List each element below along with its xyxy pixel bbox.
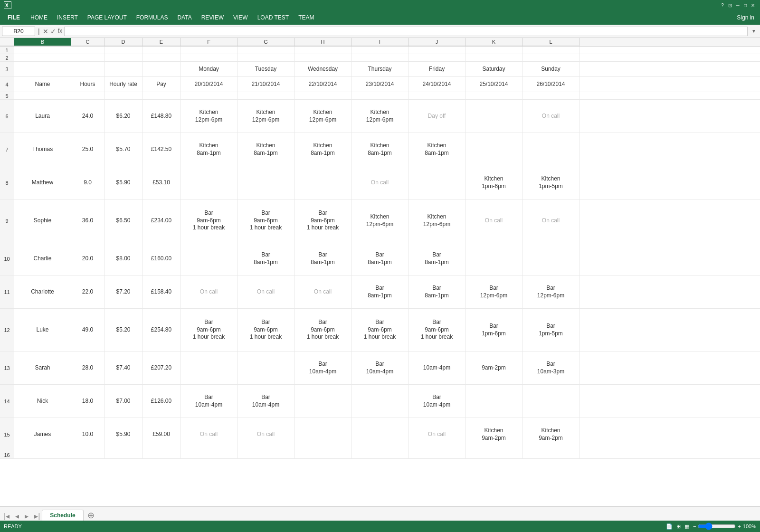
cell-k10[interactable] [466,242,522,275]
status-page-icon[interactable]: 📄 [666,523,673,530]
cell-b4-name[interactable]: Name [14,77,71,92]
cell-d15[interactable]: $5.90 [104,418,142,451]
cell-c1[interactable] [71,47,104,54]
cell-b7[interactable]: Thomas [14,133,71,166]
formula-input[interactable] [64,27,748,36]
menu-insert[interactable]: INSERT [52,10,83,25]
cell-g10[interactable]: Bar 8am-1pm [238,242,294,275]
cell-h8[interactable] [294,166,352,199]
cell-j14[interactable]: Bar 10am-4pm [408,385,466,418]
minimize-btn[interactable]: ─ [734,2,741,9]
tab-first-btn[interactable]: |◂ [2,512,11,521]
cell-j6[interactable]: Day off [408,100,466,133]
cell-g1[interactable] [238,47,294,54]
cell-h10[interactable]: Bar 8am-1pm [294,242,352,275]
cell-k12[interactable]: Bar 1pm-6pm [466,309,522,351]
cell-d3[interactable] [104,62,142,76]
cell-c4-hours[interactable]: Hours [71,77,104,92]
cell-i15[interactable] [352,418,408,451]
cell-g6[interactable]: Kitchen 12pm-6pm [238,100,294,133]
cell-h16[interactable] [294,451,352,458]
cell-f11[interactable]: On call [180,276,238,308]
cell-c8[interactable]: 9.0 [71,166,104,199]
cell-d16[interactable] [104,451,142,458]
cell-i12[interactable]: Bar 9am-6pm 1 hour break [352,309,408,351]
cell-h11[interactable]: On call [294,276,352,308]
menu-team[interactable]: TEAM [294,10,319,25]
cell-g4-date[interactable]: 21/10/2014 [238,77,294,92]
restore-btn[interactable]: ⊡ [727,2,733,9]
col-header-j[interactable]: J [408,38,466,46]
cell-g16[interactable] [238,451,294,458]
cell-e3[interactable] [142,62,180,76]
cell-j9[interactable]: Kitchen 12pm-6pm [408,200,466,242]
cell-c3[interactable] [71,62,104,76]
cell-j1[interactable] [408,47,466,54]
cell-b14[interactable]: Nick [14,385,71,418]
menu-formulas[interactable]: FORMULAS [132,10,173,25]
cell-d14[interactable]: $7.00 [104,385,142,418]
col-header-e[interactable]: E [142,38,180,46]
cell-f5[interactable] [180,92,238,99]
cell-c5[interactable] [71,92,104,99]
cell-j4-date[interactable]: 24/10/2014 [408,77,466,92]
confirm-formula-icon[interactable]: ✓ [50,28,56,35]
sign-in[interactable]: Sign in [737,14,758,21]
menu-data[interactable]: DATA [172,10,196,25]
cell-k7[interactable] [466,133,522,166]
cell-b2[interactable] [14,54,71,61]
cell-d12[interactable]: $5.20 [104,309,142,351]
cell-d6[interactable]: $6.20 [104,100,142,133]
cell-e1[interactable] [142,47,180,54]
cell-f8[interactable] [180,166,238,199]
cell-d10[interactable]: $8.00 [104,242,142,275]
cell-i13[interactable]: Bar 10am-4pm [352,352,408,384]
cell-k14[interactable] [466,385,522,418]
cell-f9[interactable]: Bar 9am-6pm 1 hour break [180,200,238,242]
col-header-f[interactable]: F [180,38,238,46]
cell-e2[interactable] [142,54,180,61]
cell-f3[interactable]: Monday [180,62,238,76]
maximize-btn[interactable]: □ [742,2,749,9]
tab-last-btn[interactable]: ▸| [32,512,42,521]
menu-home[interactable]: HOME [26,10,52,25]
cell-i10[interactable]: Bar 8am-1pm [352,242,408,275]
cell-e11[interactable]: £158.40 [142,276,180,308]
cell-c16[interactable] [71,451,104,458]
cell-d5[interactable] [104,92,142,99]
col-header-g[interactable]: G [238,38,294,46]
cell-f10[interactable] [180,242,238,275]
col-header-d[interactable]: D [104,38,142,46]
cell-i14[interactable] [352,385,408,418]
col-header-b[interactable]: B [14,38,71,46]
cell-g13[interactable] [238,352,294,384]
cell-e13[interactable]: £207.20 [142,352,180,384]
insert-function-icon[interactable]: fx [58,28,62,35]
cell-d9[interactable]: $6.50 [104,200,142,242]
cell-f1[interactable] [180,47,238,54]
cell-l16[interactable] [522,451,580,458]
cell-k16[interactable] [466,451,522,458]
cell-k9[interactable]: On call [466,200,522,242]
cell-c10[interactable]: 20.0 [71,242,104,275]
zoom-out-btn[interactable]: − [693,523,696,529]
cell-i1[interactable] [352,47,408,54]
cell-b13[interactable]: Sarah [14,352,71,384]
cell-e14[interactable]: £126.00 [142,385,180,418]
cell-e15[interactable]: £59.00 [142,418,180,451]
help-btn[interactable]: ? [719,2,726,9]
cell-i6[interactable]: Kitchen 12pm-6pm [352,100,408,133]
cell-c11[interactable]: 22.0 [71,276,104,308]
cell-f12[interactable]: Bar 9am-6pm 1 hour break [180,309,238,351]
cell-k15[interactable]: Kitchen 9am-2pm [466,418,522,451]
zoom-in-btn[interactable]: + [738,523,741,529]
cell-j5[interactable] [408,92,466,99]
cell-i5[interactable] [352,92,408,99]
tab-next-btn[interactable]: ▸ [23,512,30,521]
menu-load-test[interactable]: LOAD TEST [253,10,294,25]
cell-f15[interactable]: On call [180,418,238,451]
cell-k6[interactable] [466,100,522,133]
menu-page-layout[interactable]: PAGE LAYOUT [83,10,132,25]
cell-c13[interactable]: 28.0 [71,352,104,384]
cell-c12[interactable]: 49.0 [71,309,104,351]
